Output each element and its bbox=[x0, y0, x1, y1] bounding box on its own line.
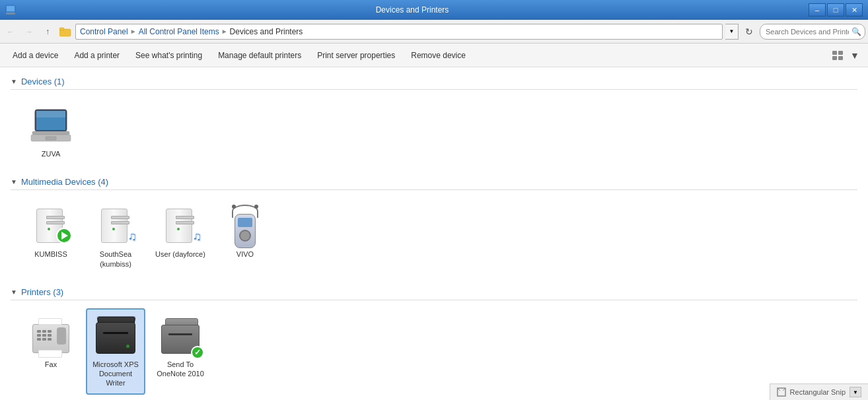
onenote-icon: ✓ bbox=[159, 315, 201, 357]
device-item-onenote[interactable]: ✓ Send ToOneNote 2010 bbox=[151, 308, 210, 395]
svg-rect-1 bbox=[7, 6, 15, 11]
view-button[interactable] bbox=[830, 48, 846, 63]
svg-rect-8 bbox=[838, 56, 843, 60]
address-bar: ← → ↑ Control Panel ► All Control Panel … bbox=[0, 20, 868, 44]
xps-icon bbox=[94, 315, 137, 357]
window-title: Devices and Printers bbox=[16, 5, 809, 15]
view-dropdown-button[interactable]: ▼ bbox=[847, 48, 863, 63]
device-item-fax[interactable]: Fax bbox=[21, 308, 81, 395]
printers-grid: Fax Microsoft XPSDocument Writer bbox=[11, 306, 857, 400]
svg-rect-5 bbox=[832, 51, 837, 55]
tower-music-icon-1: ♫ bbox=[94, 205, 137, 247]
svg-rect-7 bbox=[832, 56, 837, 60]
remove-device-button[interactable]: Remove device bbox=[404, 46, 473, 65]
fax-icon bbox=[30, 315, 72, 357]
toolbar-right: ▼ bbox=[830, 48, 863, 63]
add-device-button[interactable]: Add a device bbox=[5, 46, 65, 65]
snip-toolbar: Rectangular Snip ▼ bbox=[770, 383, 868, 400]
folder-icon bbox=[59, 26, 71, 38]
see-printing-button[interactable]: See what's printing bbox=[128, 46, 209, 65]
svg-rect-14 bbox=[46, 137, 56, 140]
title-bar: Devices and Printers – □ ✕ bbox=[0, 0, 868, 20]
breadcrumb-all-items[interactable]: All Control Panel Items bbox=[139, 27, 219, 36]
devices-grid: ZUVA bbox=[11, 95, 857, 173]
device-item-kumbiss[interactable]: KUMBISS bbox=[21, 198, 81, 275]
breadcrumb-control-panel[interactable]: Control Panel bbox=[80, 27, 128, 36]
multimedia-grid: KUMBISS ♫ SouthSea(kumbiss) bbox=[11, 195, 857, 283]
main-content: ▼ Devices (1) ZUVA bbox=[0, 67, 868, 400]
device-item-xps[interactable]: Microsoft XPSDocument Writer bbox=[86, 308, 145, 395]
printers-triangle[interactable]: ▼ bbox=[11, 288, 17, 296]
devices-section-title[interactable]: Devices (1) bbox=[21, 77, 65, 86]
mp3-icon bbox=[224, 205, 266, 247]
device-label-xps: Microsoft XPSDocument Writer bbox=[90, 360, 141, 388]
multimedia-triangle[interactable]: ▼ bbox=[11, 178, 17, 185]
default-printer-checkmark: ✓ bbox=[191, 346, 204, 359]
devices-section-header: ▼ Devices (1) bbox=[11, 73, 857, 90]
address-dropdown[interactable]: ▼ bbox=[725, 24, 739, 40]
manage-default-button[interactable]: Manage default printers bbox=[211, 46, 308, 65]
toolbar: Add a device Add a printer See what's pr… bbox=[0, 44, 868, 67]
svg-rect-12 bbox=[32, 131, 69, 135]
refresh-button[interactable]: ↻ bbox=[741, 24, 757, 40]
tower-music-icon-2: ♫ bbox=[159, 205, 201, 247]
forward-button[interactable]: → bbox=[21, 24, 37, 40]
svg-rect-6 bbox=[838, 51, 843, 55]
search-input[interactable] bbox=[760, 24, 865, 40]
up-button[interactable]: ↑ bbox=[40, 24, 55, 40]
back-button[interactable]: ← bbox=[3, 24, 18, 40]
device-label-southsea: SouthSea(kumbiss) bbox=[100, 250, 131, 269]
devices-triangle[interactable]: ▼ bbox=[11, 78, 17, 85]
add-printer-button[interactable]: Add a printer bbox=[67, 46, 127, 65]
device-item-vivo[interactable]: VIVO bbox=[215, 198, 275, 275]
window-icon bbox=[5, 5, 16, 15]
svg-rect-11 bbox=[36, 111, 65, 117]
device-label-kumbiss: KUMBISS bbox=[34, 250, 67, 259]
svg-rect-2 bbox=[6, 13, 15, 15]
device-label-fax: Fax bbox=[45, 360, 57, 369]
breadcrumb-current: Devices and Printers bbox=[230, 27, 303, 36]
device-label-onenote: Send ToOneNote 2010 bbox=[157, 360, 204, 379]
maximize-button[interactable]: □ bbox=[827, 3, 844, 17]
search-wrapper: 🔍 bbox=[760, 24, 865, 40]
minimize-button[interactable]: – bbox=[809, 3, 826, 17]
device-item-zuva[interactable]: ZUVA bbox=[21, 98, 81, 165]
device-label-vivo: VIVO bbox=[236, 250, 254, 259]
view-icon bbox=[832, 51, 843, 60]
title-bar-left bbox=[5, 5, 16, 15]
device-label-userdayforce: User (dayforce) bbox=[155, 250, 205, 259]
breadcrumb: Control Panel ► All Control Panel Items … bbox=[75, 24, 723, 40]
title-bar-controls: – □ ✕ bbox=[809, 3, 863, 17]
device-item-userdayforce[interactable]: ♫ User (dayforce) bbox=[151, 198, 210, 275]
snip-label: Rectangular Snip bbox=[790, 388, 846, 396]
tower-play-icon bbox=[30, 205, 72, 247]
multimedia-section-header: ▼ Multimedia Devices (4) bbox=[11, 173, 857, 190]
laptop-icon bbox=[30, 104, 72, 147]
printers-section-header: ▼ Printers (3) bbox=[11, 283, 857, 300]
print-server-button[interactable]: Print server properties bbox=[310, 46, 402, 65]
device-item-southsea[interactable]: ♫ SouthSea(kumbiss) bbox=[86, 198, 145, 275]
close-button[interactable]: ✕ bbox=[846, 3, 863, 17]
snip-icon bbox=[777, 387, 786, 397]
printers-section-title[interactable]: Printers (3) bbox=[21, 287, 63, 297]
device-label-zuva: ZUVA bbox=[42, 149, 61, 158]
svg-rect-4 bbox=[59, 28, 64, 30]
snip-dropdown[interactable]: ▼ bbox=[850, 387, 861, 397]
multimedia-section-title[interactable]: Multimedia Devices (4) bbox=[21, 177, 108, 187]
